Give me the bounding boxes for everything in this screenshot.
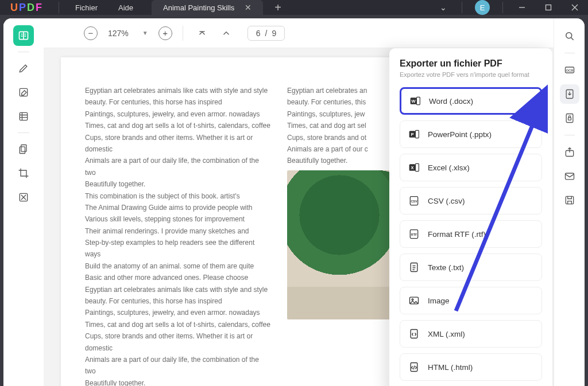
svg-text:RTF: RTF [411,233,417,236]
export-option-word[interactable]: W Word (.docx) [400,87,542,115]
svg-text:W: W [412,99,416,104]
svg-rect-21 [416,163,419,171]
export-option-powerpoint[interactable]: P PowerPoint (.pptx) [400,120,542,148]
window-maximize-button[interactable] [535,0,562,15]
email-button[interactable] [560,166,579,186]
prev-page-button[interactable] [218,25,235,42]
export-button[interactable] [560,84,579,104]
top-toolbar: − 127% ▼ + 6 / 9 [3,18,585,48]
new-tab-button[interactable]: + [263,1,293,14]
svg-line-35 [571,38,573,40]
svg-rect-18 [416,130,419,138]
save-button[interactable] [560,190,579,210]
svg-rect-15 [417,97,420,104]
csv-icon: CSV [408,195,420,206]
chevron-down-icon[interactable]: ⌄ [431,3,456,12]
search-button[interactable] [560,26,579,46]
redact-button[interactable] [13,187,34,208]
zoom-dropdown[interactable]: ▼ [139,30,152,36]
svg-rect-1 [546,5,551,10]
tab-title: Animal Painting Skills [163,3,234,12]
svg-text:P: P [411,132,414,137]
export-option-excel[interactable]: X Excel (.xlsx) [400,154,542,181]
edit-text-button[interactable] [13,82,34,103]
svg-rect-43 [566,196,573,204]
export-option-csv[interactable]: CSV CSV (.csv) [400,187,542,215]
separator [502,2,503,13]
protect-button[interactable] [560,108,579,128]
word-icon: W [409,95,421,107]
menu-file[interactable]: Fichier [65,0,108,15]
svg-text:OCR: OCR [566,69,574,72]
document-tab[interactable]: Animal Painting Skills ✕ [152,0,263,15]
main-stage: − 127% ▼ + 6 / 9 Egyptian art celebrates… [3,18,585,386]
menu-help[interactable]: Aide [108,0,144,15]
svg-rect-39 [566,114,573,123]
zoom-out-button[interactable]: − [84,26,98,40]
reader-mode-button[interactable] [13,25,34,46]
export-panel: Exporter un fichier PDF Exportez votre P… [389,48,552,386]
separator [462,2,462,13]
svg-rect-10 [21,145,26,152]
export-option-image[interactable]: Image [400,287,542,314]
content-area: − 127% ▼ + 6 / 9 Egyptian art celebrates… [0,15,588,386]
first-page-button[interactable] [194,25,211,42]
svg-point-34 [566,33,571,38]
total-pages: 9 [272,29,276,38]
image-icon [408,295,420,306]
zoom-value: 127% [105,29,132,38]
app-logo: UPDF [0,2,53,14]
organize-button[interactable] [13,106,34,127]
svg-rect-42 [565,173,574,180]
close-icon[interactable]: ✕ [245,3,252,12]
crop-button[interactable] [13,163,34,184]
zoom-in-button[interactable]: + [158,26,172,40]
page-indicator[interactable]: 6 / 9 [247,26,285,41]
separator [59,2,59,13]
right-toolbar: OCR [554,18,585,386]
panel-subtitle: Exportez votre PDF vers n'importe quel f… [400,71,542,78]
svg-point-31 [412,299,413,301]
titlebar: UPDF Fichier Aide Animal Painting Skills… [0,0,588,15]
share-button[interactable] [560,142,579,162]
ocr-button[interactable]: OCR [560,60,579,80]
text-icon [408,262,420,273]
window-close-button[interactable] [562,0,588,15]
pages-button[interactable] [13,139,34,159]
export-option-xml[interactable]: XML (.xml) [400,320,542,348]
annotate-button[interactable] [13,58,34,79]
current-page: 6 [256,29,261,38]
avatar[interactable]: E [475,0,490,15]
svg-rect-40 [568,118,571,120]
svg-rect-11 [20,147,25,154]
xml-icon [408,328,420,340]
svg-rect-32 [411,330,417,338]
excel-icon: X [408,162,420,173]
window-minimize-button[interactable] [509,0,535,15]
rtf-icon: RTF [408,228,420,240]
svg-text:X: X [411,165,414,170]
svg-text:CSV: CSV [411,200,417,203]
powerpoint-icon: P [408,128,420,140]
export-option-rtf[interactable]: RTF Format RTF (.rtf) [400,220,542,248]
panel-title: Exporter un fichier PDF [400,59,542,69]
svg-rect-26 [411,263,417,272]
html-icon [408,361,420,373]
export-option-text[interactable]: Texte (.txt) [400,254,542,281]
svg-rect-6 [20,112,27,120]
export-option-html[interactable]: HTML (.html) [400,353,542,381]
left-toolbar [3,18,44,386]
text-column-left: Egyptian art celebrates animals like cat… [85,85,271,386]
